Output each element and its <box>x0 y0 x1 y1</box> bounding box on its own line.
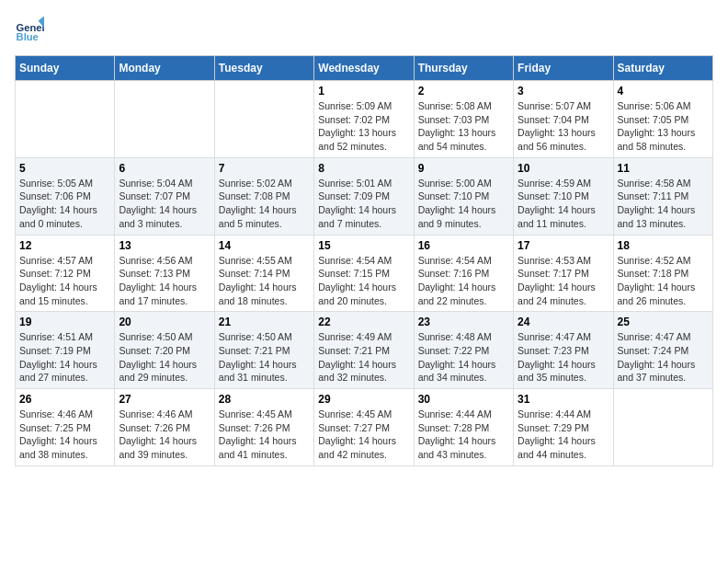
daylight-hours-label: Daylight: <box>119 204 159 215</box>
day-number: 20 <box>119 316 210 328</box>
day-number: 12 <box>19 239 110 252</box>
day-info: Sunrise: 4:49 AMSunset: 7:21 PMDaylight:… <box>318 330 409 385</box>
sunrise-text: Sunrise: 4:55 AM <box>219 255 292 266</box>
sunset-text: Sunset: 7:15 PM <box>318 268 390 279</box>
daylight-hours-label: Daylight: <box>618 282 658 293</box>
sunset-text: Sunset: 7:23 PM <box>518 345 589 356</box>
sunset-text: Sunset: 7:19 PM <box>19 345 91 356</box>
calendar-cell: 21Sunrise: 4:50 AMSunset: 7:21 PMDayligh… <box>214 312 313 389</box>
daylight-hours-label: Daylight: <box>518 204 558 215</box>
sunrise-text: Sunrise: 4:45 AM <box>219 408 292 419</box>
sunset-text: Sunset: 7:27 PM <box>318 422 390 433</box>
daylight-hours-label: Daylight: <box>618 204 658 215</box>
sunrise-text: Sunrise: 4:53 AM <box>518 255 591 266</box>
sunrise-text: Sunrise: 4:44 AM <box>518 408 591 419</box>
sunset-text: Sunset: 7:17 PM <box>518 268 589 279</box>
calendar-cell: 30Sunrise: 4:44 AMSunset: 7:28 PMDayligh… <box>414 389 513 466</box>
calendar-cell <box>214 81 313 158</box>
daylight-hours-label: Daylight: <box>418 282 459 293</box>
day-info: Sunrise: 5:06 AMSunset: 7:05 PMDaylight:… <box>618 99 709 154</box>
sunset-text: Sunset: 7:25 PM <box>19 422 91 433</box>
calendar-cell: 15Sunrise: 4:54 AMSunset: 7:15 PMDayligh… <box>314 235 414 312</box>
calendar-cell: 19Sunrise: 4:51 AMSunset: 7:19 PMDayligh… <box>16 312 115 389</box>
day-number: 9 <box>418 162 509 175</box>
sunset-text: Sunset: 7:05 PM <box>618 114 689 125</box>
day-number: 24 <box>518 316 609 328</box>
calendar-cell: 22Sunrise: 4:49 AMSunset: 7:21 PMDayligh… <box>314 312 414 389</box>
sunset-text: Sunset: 7:13 PM <box>119 268 190 279</box>
daylight-hours-label: Daylight: <box>119 282 159 293</box>
sunrise-text: Sunrise: 5:07 AM <box>518 100 591 111</box>
day-number: 6 <box>119 162 210 175</box>
sunset-text: Sunset: 7:26 PM <box>119 422 190 433</box>
column-header-thursday: Thursday <box>414 56 513 81</box>
calendar-cell: 27Sunrise: 4:46 AMSunset: 7:26 PMDayligh… <box>115 389 214 466</box>
sunrise-text: Sunrise: 5:08 AM <box>418 100 492 111</box>
calendar-table: SundayMondayTuesdayWednesdayThursdayFrid… <box>15 55 713 466</box>
calendar-cell: 3Sunrise: 5:07 AMSunset: 7:04 PMDaylight… <box>514 81 613 158</box>
daylight-hours-label: Daylight: <box>219 359 259 370</box>
calendar-cell: 16Sunrise: 4:54 AMSunset: 7:16 PMDayligh… <box>414 235 513 312</box>
day-info: Sunrise: 5:04 AMSunset: 7:07 PMDaylight:… <box>119 177 210 231</box>
day-number: 28 <box>219 393 310 406</box>
daylight-hours-label: Daylight: <box>518 359 558 370</box>
calendar-cell <box>16 81 115 158</box>
calendar-cell: 6Sunrise: 5:04 AMSunset: 7:07 PMDaylight… <box>115 157 214 235</box>
day-number: 26 <box>19 393 110 406</box>
column-header-tuesday: Tuesday <box>214 56 313 81</box>
daylight-hours-label: Daylight: <box>618 127 658 138</box>
day-number: 3 <box>518 85 609 98</box>
sunset-text: Sunset: 7:18 PM <box>618 268 689 279</box>
calendar-cell <box>613 389 712 466</box>
sunset-text: Sunset: 7:29 PM <box>518 422 589 433</box>
day-info: Sunrise: 5:08 AMSunset: 7:03 PMDaylight:… <box>418 99 509 154</box>
sunrise-text: Sunrise: 5:06 AM <box>618 100 691 111</box>
sunrise-text: Sunrise: 5:09 AM <box>318 100 392 111</box>
sunrise-text: Sunrise: 4:46 AM <box>19 408 93 419</box>
day-info: Sunrise: 4:47 AMSunset: 7:23 PMDaylight:… <box>518 330 609 385</box>
day-number: 29 <box>318 393 409 406</box>
day-info: Sunrise: 5:02 AMSunset: 7:08 PMDaylight:… <box>219 177 310 231</box>
sunrise-text: Sunrise: 4:57 AM <box>19 255 93 266</box>
day-info: Sunrise: 4:50 AMSunset: 7:20 PMDaylight:… <box>119 330 210 385</box>
daylight-hours-label: Daylight: <box>318 127 358 138</box>
day-info: Sunrise: 5:00 AMSunset: 7:10 PMDaylight:… <box>418 177 509 231</box>
daylight-hours-label: Daylight: <box>19 204 60 215</box>
day-number: 19 <box>19 316 110 328</box>
daylight-hours-label: Daylight: <box>219 204 259 215</box>
daylight-hours-label: Daylight: <box>318 282 358 293</box>
calendar-cell: 7Sunrise: 5:02 AMSunset: 7:08 PMDaylight… <box>214 157 313 235</box>
daylight-hours-label: Daylight: <box>618 359 658 370</box>
svg-text:Blue: Blue <box>17 31 39 42</box>
sunset-text: Sunset: 7:04 PM <box>518 114 589 125</box>
daylight-hours-label: Daylight: <box>119 359 159 370</box>
sunrise-text: Sunrise: 5:04 AM <box>119 178 192 189</box>
calendar-cell: 17Sunrise: 4:53 AMSunset: 7:17 PMDayligh… <box>514 235 613 312</box>
calendar-cell: 2Sunrise: 5:08 AMSunset: 7:03 PMDaylight… <box>414 81 513 158</box>
day-info: Sunrise: 4:48 AMSunset: 7:22 PMDaylight:… <box>418 330 509 385</box>
day-info: Sunrise: 4:59 AMSunset: 7:10 PMDaylight:… <box>518 177 609 231</box>
sunrise-text: Sunrise: 4:51 AM <box>19 331 93 342</box>
day-number: 17 <box>518 239 609 252</box>
sunset-text: Sunset: 7:22 PM <box>418 345 490 356</box>
sunrise-text: Sunrise: 4:49 AM <box>318 331 392 342</box>
daylight-hours-label: Daylight: <box>318 435 358 446</box>
sunrise-text: Sunrise: 4:54 AM <box>418 255 492 266</box>
calendar-cell: 20Sunrise: 4:50 AMSunset: 7:20 PMDayligh… <box>115 312 214 389</box>
day-number: 25 <box>618 316 709 328</box>
sunrise-text: Sunrise: 4:44 AM <box>418 408 492 419</box>
sunrise-text: Sunrise: 4:59 AM <box>518 178 591 189</box>
day-info: Sunrise: 5:07 AMSunset: 7:04 PMDaylight:… <box>518 99 609 154</box>
calendar-week-1: 1Sunrise: 5:09 AMSunset: 7:02 PMDaylight… <box>16 81 713 158</box>
day-info: Sunrise: 4:46 AMSunset: 7:26 PMDaylight:… <box>119 408 210 462</box>
sunset-text: Sunset: 7:16 PM <box>418 268 490 279</box>
sunrise-text: Sunrise: 4:45 AM <box>318 408 392 419</box>
day-number: 31 <box>518 393 609 406</box>
calendar-cell: 9Sunrise: 5:00 AMSunset: 7:10 PMDaylight… <box>414 157 513 235</box>
sunset-text: Sunset: 7:06 PM <box>19 190 91 201</box>
day-number: 21 <box>219 316 310 328</box>
sunset-text: Sunset: 7:20 PM <box>119 345 190 356</box>
daylight-hours-label: Daylight: <box>518 435 558 446</box>
sunset-text: Sunset: 7:08 PM <box>219 190 290 201</box>
day-info: Sunrise: 4:55 AMSunset: 7:14 PMDaylight:… <box>219 254 310 308</box>
